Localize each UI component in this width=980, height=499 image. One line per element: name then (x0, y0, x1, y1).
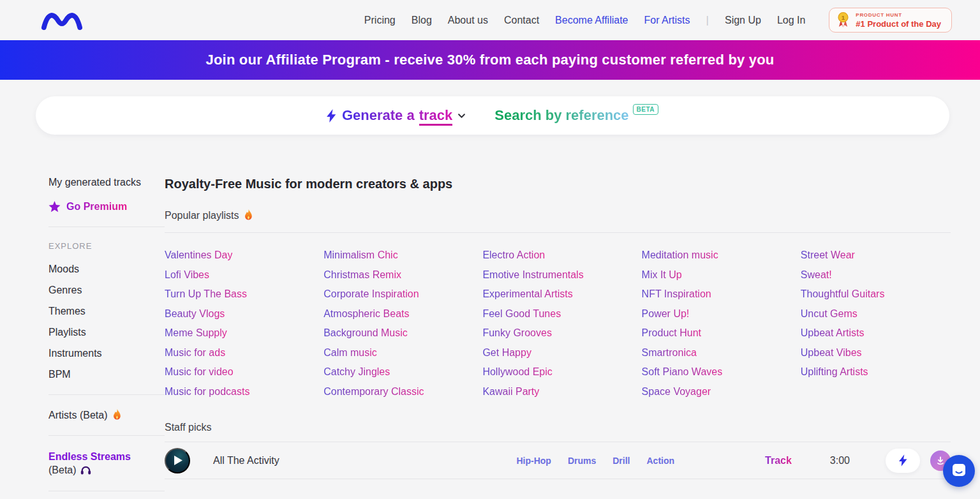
nav-divider: | (706, 14, 709, 27)
playlist-link[interactable]: Uncut Gems (801, 304, 858, 324)
nav-link-accent[interactable]: Become Affiliate (555, 15, 628, 26)
sidebar-explore-item[interactable]: BPM (48, 369, 165, 380)
star-icon (48, 201, 61, 212)
play-button[interactable] (165, 448, 190, 473)
chevron-down-icon[interactable] (458, 114, 465, 118)
sidebar-explore-item[interactable]: Genres (48, 285, 165, 296)
nav-link[interactable]: Contact (504, 15, 539, 26)
sidebar-item-endless-streams[interactable]: Endless Streams (Beta) (48, 450, 165, 477)
headphones-icon (80, 466, 91, 475)
flame-icon (244, 209, 253, 221)
nav-link[interactable]: Blog (412, 15, 432, 26)
mubert-wave-logo[interactable] (41, 10, 83, 31)
top-nav: PricingBlogAbout usContact Become Affili… (0, 0, 980, 40)
playlist-link[interactable]: Emotive Instrumentals (482, 265, 583, 285)
playlist-link[interactable]: Music for video (165, 362, 234, 382)
product-hunt-title: #1 Product of the Day (856, 19, 941, 29)
sidebar-explore-item[interactable]: Themes (48, 306, 165, 317)
medal-icon: 1 (836, 11, 850, 29)
generate-track-tab[interactable]: Generate atrack (327, 107, 465, 124)
nav-link[interactable]: Pricing (364, 15, 396, 26)
playlist-link[interactable]: Feel Good Tunes (482, 304, 561, 324)
playlist-link[interactable]: Street Wear (801, 246, 855, 265)
sidebar-explore-item[interactable]: Playlists (48, 327, 165, 338)
playlist-link[interactable]: Sweat! (801, 265, 832, 285)
playlist-link[interactable]: Meme Supply (165, 324, 227, 343)
product-hunt-text: PRODUCT HUNT #1 Product of the Day (856, 12, 941, 29)
playlist-link[interactable]: Kawaii Party (482, 382, 539, 402)
auth-link[interactable]: Sign Up (725, 15, 761, 26)
playlist-link[interactable]: Background Music (323, 324, 408, 343)
popular-playlists-heading: Popular playlists (165, 209, 951, 221)
affiliate-banner[interactable]: Join our Affiliate Program - receive 30%… (0, 40, 980, 80)
playlist-link[interactable]: Turn Up The Bass (165, 285, 247, 304)
explore-heading: EXPLORE (48, 241, 165, 251)
track-tag-link[interactable]: Drill (612, 456, 630, 466)
chat-bubble-icon (951, 464, 967, 478)
nav-link-accent[interactable]: For Artists (644, 15, 690, 26)
playlist-link[interactable]: NFT Inspiration (642, 285, 711, 304)
generator-bar: Generate atrack Search by reference BETA (36, 96, 949, 135)
playlist-link[interactable]: Uplifting Artists (801, 362, 868, 382)
playlist-link[interactable]: Catchy Jingles (323, 362, 390, 382)
playlist-link[interactable]: Calm music (323, 343, 377, 363)
playlist-link[interactable]: Lofi Vibes (165, 265, 209, 285)
track-tag-link[interactable]: Drums (568, 456, 596, 466)
affiliate-banner-text: Join our Affiliate Program - receive 30%… (206, 52, 775, 68)
beta-badge: BETA (633, 104, 658, 115)
playlist-link[interactable]: Experimental Artists (482, 285, 572, 304)
track-tags: Hip-HopDrumsDrillAction (516, 456, 674, 466)
generate-track-label: Generate atrack (342, 107, 452, 124)
playlist-link[interactable]: Product Hunt (642, 324, 701, 343)
staff-picks-heading: Staff picks (165, 422, 951, 433)
sidebar-divider (48, 227, 165, 227)
endless-streams-label: Endless Streams (48, 450, 165, 463)
playlist-link[interactable]: Thoughtful Guitars (801, 285, 885, 304)
playlist-link[interactable]: Space Voyager (642, 382, 711, 402)
product-hunt-badge[interactable]: 1 PRODUCT HUNT #1 Product of the Day (829, 8, 952, 33)
flame-icon (112, 409, 122, 421)
playlist-link[interactable]: Electro Action (482, 246, 545, 265)
playlist-link[interactable]: Upbeat Artists (801, 324, 865, 343)
playlist-link[interactable]: Smartronica (642, 343, 697, 363)
nav-link[interactable]: About us (448, 15, 488, 26)
search-by-reference-tab[interactable]: Search by reference BETA (494, 107, 658, 124)
playlist-link[interactable]: Contemporary Classic (323, 382, 424, 402)
track-tag-link[interactable]: Action (646, 456, 674, 466)
sidebar-item-artists-beta[interactable]: Artists (Beta) (48, 409, 165, 421)
auth-link[interactable]: Log In (777, 15, 805, 26)
search-by-reference-label: Search by reference (494, 107, 628, 124)
playlist-link[interactable]: Atmospheric Beats (323, 304, 409, 324)
playlist-column: Minimalism ChicChristmas RemixCorporate … (323, 246, 473, 401)
track-title: All The Activity (213, 455, 279, 466)
download-icon (936, 456, 945, 465)
generate-similar-button[interactable] (886, 449, 920, 473)
playlist-link[interactable]: Mix It Up (642, 265, 682, 285)
playlist-link[interactable]: Power Up! (642, 304, 690, 324)
playlist-link[interactable]: Meditation music (642, 246, 718, 265)
playlist-link[interactable]: Hollywood Epic (482, 362, 552, 382)
playlist-link[interactable]: Soft Piano Waves (642, 362, 723, 382)
playlist-link[interactable]: Get Happy (482, 343, 531, 363)
sidebar-explore-item[interactable]: Instruments (48, 348, 165, 359)
playlist-link[interactable]: Valentines Day (165, 246, 232, 265)
playlist-link[interactable]: Music for podcasts (165, 382, 249, 402)
play-icon (174, 456, 182, 465)
track-tag-link[interactable]: Hip-Hop (516, 456, 551, 466)
page-title: Royalty-Free Music for modern creators &… (165, 177, 951, 191)
sidebar-item-my-generated-tracks[interactable]: My generated tracks (48, 177, 165, 188)
playlist-column: Valentines DayLofi VibesTurn Up The Bass… (165, 246, 315, 401)
chat-launcher-button[interactable] (943, 455, 975, 487)
playlist-link[interactable]: Music for ads (165, 343, 225, 363)
go-premium-button[interactable]: Go Premium (48, 201, 165, 212)
playlist-link[interactable]: Beauty Vlogs (165, 304, 225, 324)
playlist-link[interactable]: Corporate Inspiration (323, 285, 419, 304)
playlist-link[interactable]: Funky Grooves (482, 324, 551, 343)
playlist-link[interactable]: Christmas Remix (323, 265, 401, 285)
playlist-column: Street WearSweat!Thoughtful GuitarsUncut… (801, 246, 951, 401)
playlist-link[interactable]: Minimalism Chic (323, 246, 397, 265)
playlist-link[interactable]: Upbeat Vibes (801, 343, 862, 363)
bolt-icon (327, 109, 336, 123)
sidebar-explore-item[interactable]: Moods (48, 264, 165, 275)
generate-object-selector[interactable]: track (419, 107, 453, 126)
